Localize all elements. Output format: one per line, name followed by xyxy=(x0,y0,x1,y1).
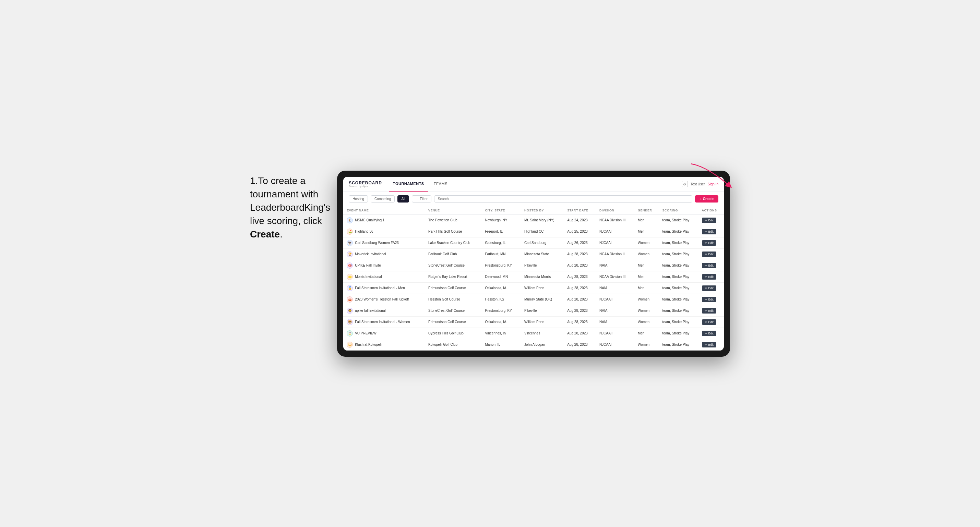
edit-button[interactable]: ✏ Edit xyxy=(702,319,717,325)
edit-button[interactable]: ✏ Edit xyxy=(702,217,717,223)
edit-icon: ✏ xyxy=(705,343,707,346)
cell-event-name: 🦁 upike fall invitational xyxy=(343,305,425,316)
col-division: DIVISION xyxy=(596,206,634,215)
tablet-screen: SCOREBOARD Powered by clippr TOURNAMENTS… xyxy=(343,177,724,351)
cell-division: NJCAA I xyxy=(596,226,634,237)
event-name-text: Carl Sandburg Women FA23 xyxy=(355,241,399,244)
cell-actions: ✏ Edit xyxy=(698,305,724,316)
edit-icon: ✏ xyxy=(705,321,707,324)
cell-scoring: team, Stroke Play xyxy=(659,226,698,237)
event-name-text: Morris Invitational xyxy=(355,275,382,279)
event-name-text: UPIKE Fall Invite xyxy=(355,264,381,267)
cell-event-name: 🐯 Fall Statesmen Invitational - Women xyxy=(343,316,425,328)
cell-hosted-by: Minnesota State xyxy=(521,248,564,260)
annotation-line1: 1.To create a xyxy=(250,175,305,186)
cell-division: NJCAA I xyxy=(596,339,634,350)
table-header: EVENT NAME VENUE CITY, STATE HOSTED BY S… xyxy=(343,206,724,215)
cell-city-state: Oskaloosa, IA xyxy=(481,283,520,294)
team-logo-icon: 🔱 xyxy=(347,341,353,348)
sign-in-label[interactable]: Sign In xyxy=(708,182,718,186)
edit-button[interactable]: ✏ Edit xyxy=(702,274,717,279)
app-logo: SCOREBOARD Powered by clippr xyxy=(349,181,382,187)
cell-hosted-by: Murray State (OK) xyxy=(521,294,564,305)
cell-division: NJCAA II xyxy=(596,328,634,339)
cell-venue: Faribault Golf Club xyxy=(425,248,482,260)
cell-hosted-by: William Penn xyxy=(521,283,564,294)
cell-event-name: 🎯 UPIKE Fall Invite xyxy=(343,260,425,271)
cell-start-date: Aug 28, 2023 xyxy=(564,339,596,350)
filter-icon-button[interactable]: ☰ Filter xyxy=(412,195,431,203)
cell-gender: Women xyxy=(634,316,659,328)
edit-button[interactable]: ✏ Edit xyxy=(702,331,717,336)
event-name-text: VU PREVIEW xyxy=(355,331,377,335)
search-input[interactable] xyxy=(434,195,692,203)
annotation-block: 1.To create a tournament with Leaderboar… xyxy=(250,171,330,241)
cell-venue: Park Hills Golf Course xyxy=(425,226,482,237)
cell-hosted-by: William Penn xyxy=(521,316,564,328)
cell-hosted-by: Highland CC xyxy=(521,226,564,237)
edit-button[interactable]: ✏ Edit xyxy=(702,240,717,246)
cell-division: NJCAA II xyxy=(596,294,634,305)
table-row: 🌟 Morris Invitational Rutger's Bay Lake … xyxy=(343,271,724,283)
cell-event-name: 🦅 Carl Sandburg Women FA23 xyxy=(343,237,425,248)
edit-button[interactable]: ✏ Edit xyxy=(702,308,717,314)
cell-actions: ✏ Edit xyxy=(698,214,724,226)
team-logo-icon: 🐯 xyxy=(347,319,353,325)
cell-event-name: 🏅 Fall Statesmen Invitational - Men xyxy=(343,283,425,294)
event-name-text: Maverick Invitational xyxy=(355,252,386,256)
event-name-text: Fall Statesmen Invitational - Women xyxy=(355,320,410,324)
col-city-state: CITY, STATE xyxy=(481,206,520,215)
cell-scoring: team, Stroke Play xyxy=(659,214,698,226)
navigation-bar: SCOREBOARD Powered by clippr TOURNAMENTS… xyxy=(343,177,724,192)
competing-filter-button[interactable]: Competing xyxy=(371,195,395,203)
table-row: ⛳ Highland 36 Park Hills Golf Course Fre… xyxy=(343,226,724,237)
edit-button[interactable]: ✏ Edit xyxy=(702,297,717,302)
cell-actions: ✏ Edit xyxy=(698,237,724,248)
cell-start-date: Aug 28, 2023 xyxy=(564,328,596,339)
hosting-filter-button[interactable]: Hosting xyxy=(349,195,368,203)
all-filter-button[interactable]: All xyxy=(398,195,409,203)
tablet-device: SCOREBOARD Powered by clippr TOURNAMENTS… xyxy=(337,171,730,357)
tab-teams[interactable]: TEAMS xyxy=(430,177,452,192)
tab-tournaments[interactable]: TOURNAMENTS xyxy=(389,177,428,192)
table-row: 🏌️ MSMC Qualifying 1 The Powelton Club N… xyxy=(343,214,724,226)
cell-city-state: Prestonsburg, KY xyxy=(481,260,520,271)
edit-button[interactable]: ✏ Edit xyxy=(702,286,717,291)
cell-gender: Men xyxy=(634,214,659,226)
col-actions: ACTIONS xyxy=(698,206,724,215)
table-row: 🎯 UPIKE Fall Invite StoneCrest Golf Cour… xyxy=(343,260,724,271)
edit-button[interactable]: ✏ Edit xyxy=(702,342,717,348)
cell-division: NAIA xyxy=(596,283,634,294)
edit-icon: ✏ xyxy=(705,275,707,279)
cell-division: NCAA Division III xyxy=(596,214,634,226)
edit-button[interactable]: ✏ Edit xyxy=(702,263,717,268)
team-logo-icon: 🎯 xyxy=(347,262,353,269)
cell-start-date: Aug 25, 2023 xyxy=(564,226,596,237)
event-name-text: Highland 36 xyxy=(355,230,373,233)
page-wrapper: 1.To create a tournament with Leaderboar… xyxy=(250,171,730,357)
settings-icon[interactable]: ⚙ xyxy=(682,181,688,187)
cell-city-state: Marion, IL xyxy=(481,339,520,350)
filter-icon: ☰ xyxy=(415,197,419,201)
edit-icon: ✏ xyxy=(705,230,707,233)
create-button[interactable]: + Create xyxy=(695,195,718,203)
logo-main-text: SCOREBOARD xyxy=(349,181,382,185)
cell-gender: Men xyxy=(634,226,659,237)
cell-city-state: Faribault, MN xyxy=(481,248,520,260)
team-logo-icon: 🏆 xyxy=(347,251,353,257)
team-logo-icon: 🎖️ xyxy=(347,330,353,337)
annotation-line3: LeaderboardKing's xyxy=(250,202,330,213)
cell-city-state: Newburgh, NY xyxy=(481,214,520,226)
cell-start-date: Aug 28, 2023 xyxy=(564,305,596,316)
nav-tabs: TOURNAMENTS TEAMS xyxy=(389,177,452,192)
event-name-text: MSMC Qualifying 1 xyxy=(355,218,384,222)
cell-start-date: Aug 28, 2023 xyxy=(564,271,596,283)
cell-gender: Men xyxy=(634,260,659,271)
cell-city-state: Vincennes, IN xyxy=(481,328,520,339)
cell-actions: ✏ Edit xyxy=(698,316,724,328)
cell-venue: The Powelton Club xyxy=(425,214,482,226)
cell-venue: StoneCrest Golf Course xyxy=(425,260,482,271)
cell-gender: Women xyxy=(634,305,659,316)
edit-button[interactable]: ✏ Edit xyxy=(702,251,717,257)
edit-button[interactable]: ✏ Edit xyxy=(702,229,717,234)
